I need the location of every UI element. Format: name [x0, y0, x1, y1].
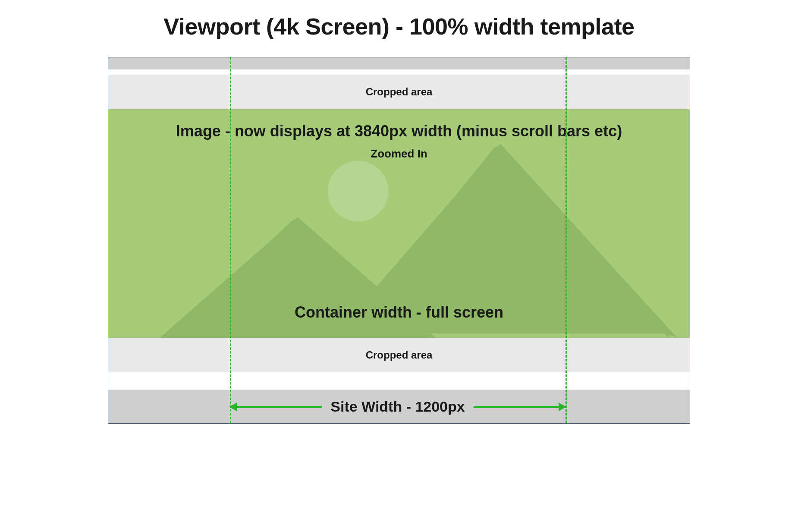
band-thin-top: [108, 57, 690, 69]
site-width-label: Site Width - 1200px: [322, 398, 473, 415]
arrow-left-icon: [230, 406, 322, 408]
site-width-measure: Site Width - 1200px: [230, 398, 566, 415]
site-width-guide-left: [230, 57, 231, 423]
site-width-guide-right: [566, 57, 567, 423]
zoom-label: Zoomed In: [108, 147, 690, 161]
container-width-label: Container width - full screen: [108, 303, 690, 321]
cropped-area-top-label: Cropped area: [366, 86, 433, 98]
cropped-area-bottom: Cropped area: [108, 338, 690, 372]
image-width-label: Image - now displays at 3840px width (mi…: [108, 122, 690, 140]
image-band: Image - now displays at 3840px width (mi…: [108, 109, 690, 338]
svg-point-1: [328, 161, 388, 221]
cropped-area-top: Cropped area: [108, 75, 690, 109]
diagram-title: Viewport (4k Screen) - 100% width templa…: [108, 13, 690, 40]
cropped-area-bottom-label: Cropped area: [366, 349, 433, 361]
viewport-box: Cropped area Image - now displays at 384…: [108, 57, 690, 424]
arrow-right-icon: [474, 406, 566, 408]
